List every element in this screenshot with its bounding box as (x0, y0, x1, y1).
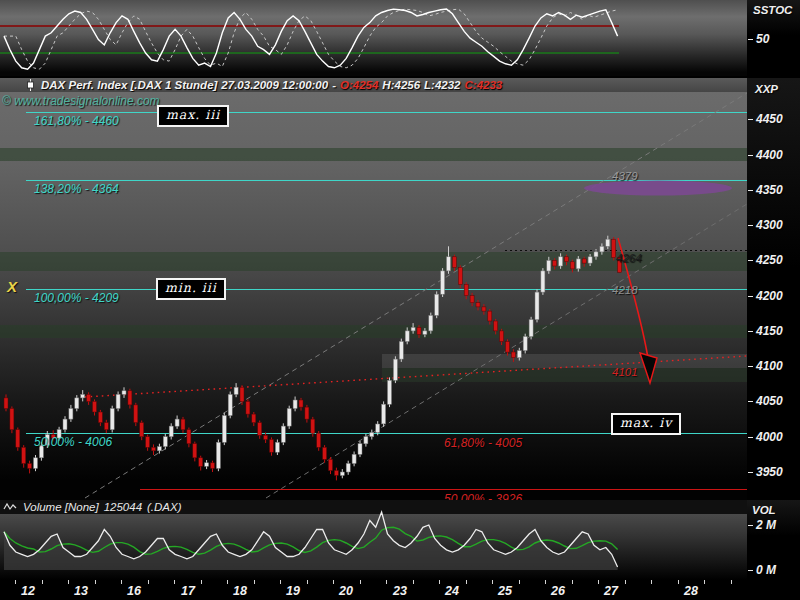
candle-body (175, 419, 179, 426)
price-tick-mark (748, 119, 753, 120)
price-tick-label: 4400 (756, 148, 783, 162)
date-tick-mark (360, 580, 361, 584)
candle-body (500, 331, 504, 342)
candle-body (340, 472, 344, 476)
stoch-signal-line (4, 9, 618, 69)
candle-body (4, 398, 8, 409)
date-tick-mark (174, 580, 175, 584)
candle-body (370, 433, 374, 437)
candle-body (535, 292, 539, 320)
date-tick-mark (307, 580, 308, 584)
date-tick-mark (333, 580, 334, 584)
price-tick-label: 4000 (756, 430, 783, 444)
annotation-box-min-iii[interactable]: min. iii (156, 278, 226, 300)
candle-body (252, 414, 256, 423)
price-tick-label: 4450 (756, 112, 783, 126)
price-axis[interactable]: XXP 4450 4400 4350 4300 4250 4200 4150 4… (747, 78, 800, 500)
date-axis[interactable]: 12131617181920232425262728 (0, 580, 800, 600)
candle-body (75, 398, 79, 409)
date-tick-mark (413, 580, 414, 584)
date-tick-mark (492, 580, 493, 584)
date-tick-mark (545, 580, 546, 584)
date-tick-mark (201, 580, 202, 584)
price-level-label: 4101 (612, 366, 638, 378)
date-tick-mark (15, 580, 16, 584)
separator-dash: - (332, 79, 336, 91)
volume-plot (0, 500, 747, 580)
date-tick-mark (466, 580, 467, 584)
candle-body (464, 284, 468, 295)
x-marker[interactable]: X (7, 278, 17, 295)
date-tick-mark (598, 580, 599, 584)
volume-axis[interactable]: VOL 2 M 0 M (747, 500, 800, 580)
date-tick-label: 26 (551, 584, 565, 598)
candle-body (588, 257, 592, 263)
main-price-panel[interactable]: 61,80% - 400550,00% - 3926161,80% - 4460… (0, 92, 747, 500)
stochastic-value-axis[interactable]: SSTOC 50 (747, 0, 800, 78)
price-tick-label: 4350 (756, 183, 783, 197)
fib-cyan-label: 50,00% - 4006 (34, 435, 112, 449)
candle-body (128, 391, 132, 405)
candle-body (199, 458, 203, 467)
candle-body (287, 409, 291, 427)
candle-body (193, 444, 197, 458)
candle-body (258, 423, 262, 436)
fib-cyan-label: 161,80% - 4460 (34, 114, 119, 128)
date-tick-label: 20 (339, 584, 353, 598)
candle-body (104, 423, 108, 430)
price-tick-mark (748, 190, 753, 191)
candle-body (28, 464, 32, 469)
price-tick-mark (748, 296, 753, 297)
candle-body (293, 400, 297, 409)
date-tick-label: 19 (286, 584, 300, 598)
candle-body (435, 294, 439, 315)
candle-body (547, 260, 551, 271)
date-tick-label: 16 (127, 584, 141, 598)
price-tick-label: 4150 (756, 324, 783, 338)
candle-body (222, 416, 226, 443)
candle-body (163, 437, 167, 447)
price-tick-mark (748, 437, 753, 438)
candle-body (470, 296, 474, 303)
date-tick-mark (68, 580, 69, 584)
date-tick-label: 13 (74, 584, 88, 598)
volume-tick-label: 0 M (756, 563, 776, 577)
annotation-box-max-iv[interactable]: max. iv (611, 413, 681, 435)
stochastic-panel[interactable] (0, 0, 747, 78)
open-value: O:4254 (340, 79, 378, 91)
close-value: C:4233 (465, 79, 503, 91)
main-chart-header[interactable]: DAX Perf. Index [.DAX 1 Stunde] 27.03.20… (0, 78, 747, 92)
low-value: L:4232 (424, 79, 460, 91)
candle-body (311, 419, 315, 433)
fib-cyan-label: 100,00% - 4209 (34, 291, 119, 305)
date-tick-label: 12 (21, 584, 35, 598)
candle-body (541, 271, 545, 292)
annotation-box-max-iii[interactable]: max. iii (157, 105, 229, 127)
volume-tick-label: 2 M (756, 518, 776, 532)
candle-body (10, 409, 14, 430)
date-tick-mark (386, 580, 387, 584)
candle-body (382, 404, 386, 424)
candle-body (559, 257, 563, 266)
candle-body (87, 394, 91, 401)
candle-body (411, 327, 415, 331)
candle-body (600, 246, 604, 252)
date-tick-mark (121, 580, 122, 584)
projection-arrow-head[interactable] (640, 353, 657, 383)
candle-body (393, 359, 397, 380)
candle-body (275, 442, 279, 452)
candle-body (364, 437, 368, 444)
stochastic-axis-title: SSTOC (753, 4, 792, 16)
date-tick-mark (254, 580, 255, 584)
candle-body (388, 380, 392, 404)
candle-body (205, 463, 209, 467)
date-tick-label: 17 (181, 584, 195, 598)
candle-body (405, 331, 409, 342)
highlight-ellipse[interactable] (584, 181, 732, 196)
candle-body (122, 391, 126, 395)
instrument-title: DAX Perf. Index [.DAX 1 Stunde] (41, 79, 217, 91)
trading-app-window: { "stoch_panel": {"name": "SSTOC", "mid_… (0, 0, 800, 600)
candle-body (157, 447, 161, 451)
fib-cyan-label: 138,20% - 4364 (34, 182, 119, 196)
date-tick-label: 23 (393, 584, 407, 598)
